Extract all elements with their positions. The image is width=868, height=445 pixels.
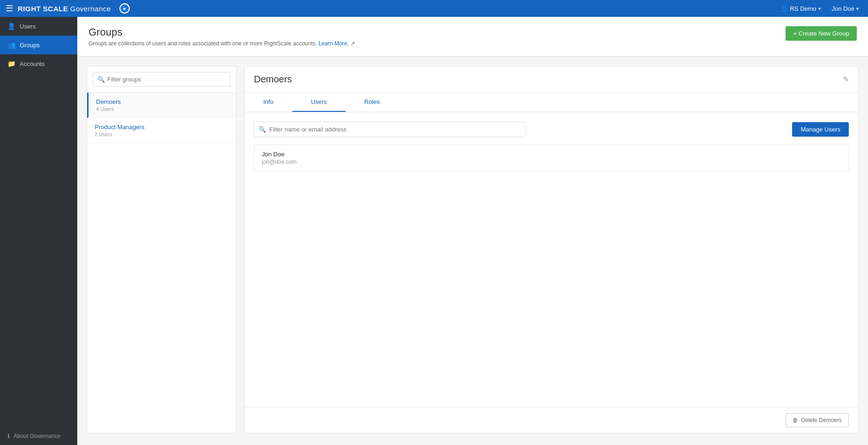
main-content: Groups Groups are collections of users a…	[77, 17, 868, 445]
user-email: jon@doe.com	[262, 159, 841, 165]
sidebar-item-accounts-label: Accounts	[20, 60, 45, 67]
user-name: Jon Doe	[262, 151, 841, 158]
content-area: 🔍 Demoers 4 Users Product Managers 2 Use…	[77, 57, 868, 443]
info-icon: ℹ	[7, 433, 10, 439]
page-header-text: Groups Groups are collections of users a…	[89, 26, 355, 47]
search-input-wrap: 🔍	[93, 72, 230, 87]
tab-content-users: 🔍 Manage Users Jon Doe jon@doe.com	[245, 112, 858, 407]
groups-icon: 👥	[7, 41, 15, 49]
trash-icon: 🗑	[793, 417, 798, 423]
filter-input-wrap: 🔍	[254, 122, 526, 137]
tab-users[interactable]: Users	[292, 93, 346, 112]
top-nav-left: ☰ RIGHT SCALE Governance ●	[6, 3, 777, 14]
tab-roles-label: Roles	[364, 98, 380, 105]
rs-demo-label: RS Demo	[790, 5, 816, 12]
learn-more-link[interactable]: Learn More.	[319, 40, 349, 47]
brand-name: RIGHT SCALE	[18, 5, 68, 13]
sidebar: 👤 Users 👥 Groups 📁 Accounts ℹ About Gove…	[0, 17, 77, 445]
page-title: Groups	[89, 26, 355, 38]
groups-search: 🔍	[87, 66, 236, 93]
top-nav: ☰ RIGHT SCALE Governance ● 👤 RS Demo ▾ J…	[0, 0, 868, 17]
user-row: Jon Doe jon@doe.com	[254, 145, 849, 171]
rs-demo-menu[interactable]: 👤 RS Demo ▾	[777, 3, 824, 14]
page-header: Groups Groups are collections of users a…	[77, 17, 868, 57]
group-item-count-demoers: 4 Users	[96, 106, 229, 112]
delete-group-button[interactable]: 🗑 Delete Demoers	[786, 413, 849, 427]
detail-panel: Demoers ✎ Info Users Roles 🔍	[244, 66, 859, 433]
sidebar-item-users[interactable]: 👤 Users	[0, 17, 77, 36]
about-governance-label: About Governance	[14, 433, 60, 439]
chevron-down-icon: ▾	[818, 6, 821, 11]
sidebar-item-groups[interactable]: 👥 Groups	[0, 36, 77, 54]
external-link-icon: ↗	[350, 40, 355, 47]
jon-doe-menu[interactable]: Jon Doe ▾	[828, 3, 862, 14]
sidebar-item-users-label: Users	[20, 23, 36, 30]
users-filter-input[interactable]	[254, 122, 526, 137]
page-subtitle: Groups are collections of users and role…	[89, 40, 355, 47]
groups-panel: 🔍 Demoers 4 Users Product Managers 2 Use…	[87, 66, 237, 433]
group-item-name-demoers: Demoers	[96, 98, 229, 105]
group-item-product-managers[interactable]: Product Managers 2 Users	[87, 118, 236, 143]
tab-users-label: Users	[311, 98, 327, 105]
about-governance[interactable]: ℹ About Governance	[0, 427, 77, 445]
group-item-count-pm: 2 Users	[95, 131, 229, 137]
accounts-icon: 📁	[7, 60, 15, 67]
subtitle-text: Groups are collections of users and role…	[89, 40, 317, 47]
brand-governance: Governance	[70, 5, 111, 13]
tab-info[interactable]: Info	[245, 93, 292, 112]
chevron-down-icon-2: ▾	[856, 6, 859, 11]
tab-info-label: Info	[263, 98, 274, 105]
create-new-group-button[interactable]: + Create New Group	[786, 26, 857, 41]
group-item-demoers[interactable]: Demoers 4 Users	[87, 93, 236, 118]
hamburger-icon[interactable]: ☰	[6, 3, 13, 14]
search-icon: 🔍	[97, 76, 105, 83]
detail-title: Demoers	[254, 74, 292, 85]
brand-logo: RIGHT SCALE Governance	[18, 5, 111, 13]
detail-footer: 🗑 Delete Demoers	[245, 407, 858, 433]
sidebar-item-accounts[interactable]: 📁 Accounts	[0, 54, 77, 73]
groups-search-input[interactable]	[93, 72, 230, 87]
sidebar-item-groups-label: Groups	[20, 42, 40, 49]
users-toolbar: 🔍 Manage Users	[254, 122, 849, 137]
tab-roles[interactable]: Roles	[346, 93, 399, 112]
shield-icon: ●	[119, 3, 130, 14]
person-icon: 👤	[780, 5, 788, 12]
tabs: Info Users Roles	[245, 93, 858, 112]
group-item-name-pm: Product Managers	[95, 124, 229, 131]
delete-label: Delete Demoers	[801, 417, 842, 423]
filter-icon: 🔍	[259, 126, 266, 133]
edit-icon[interactable]: ✎	[843, 75, 849, 84]
top-nav-right: 👤 RS Demo ▾ Jon Doe ▾	[777, 3, 862, 14]
group-list: Demoers 4 Users Product Managers 2 Users	[87, 93, 236, 433]
jon-doe-label: Jon Doe	[832, 5, 854, 12]
users-icon: 👤	[7, 22, 15, 30]
detail-header: Demoers ✎	[245, 66, 858, 93]
manage-users-button[interactable]: Manage Users	[792, 122, 849, 137]
